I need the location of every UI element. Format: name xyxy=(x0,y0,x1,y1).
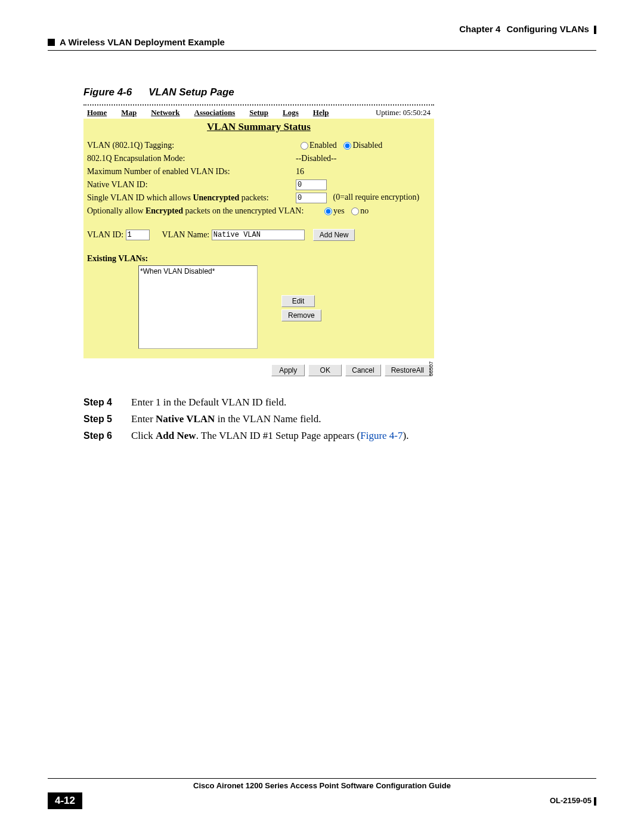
uptime: Uptime: 05:50:24 xyxy=(376,108,431,117)
opt-label: Optionally allow Encrypted packets on th… xyxy=(87,206,320,216)
tagging-enabled-radio[interactable] xyxy=(301,142,308,150)
header-left: A Wireless VLAN Deployment Example xyxy=(48,37,225,47)
restore-button[interactable]: RestoreAll xyxy=(385,364,431,376)
remove-button[interactable]: Remove xyxy=(281,309,321,321)
page-number: 4-12 xyxy=(48,792,82,809)
single-input[interactable] xyxy=(296,193,327,203)
opt-yes-radio[interactable] xyxy=(324,208,332,215)
add-new-button[interactable]: Add New xyxy=(313,229,355,241)
nav-map[interactable]: Map xyxy=(121,108,137,117)
nav-help[interactable]: Help xyxy=(313,108,329,117)
tagging-label: VLAN (802.1Q) Tagging: xyxy=(87,141,296,150)
nav-bar: Home Map Network Associations Setup Logs… xyxy=(83,106,434,119)
single-note: (0=all require encryption) xyxy=(333,193,420,202)
max-label: Maximum Number of enabled VLAN IDs: xyxy=(87,167,296,176)
ok-button[interactable]: OK xyxy=(308,364,342,376)
apply-button[interactable]: Apply xyxy=(271,364,305,376)
tagging-disabled-radio[interactable] xyxy=(343,142,351,150)
figure-link[interactable]: Figure 4-7 xyxy=(360,430,402,441)
native-input[interactable] xyxy=(296,179,327,190)
encap-value: --Disabled-- xyxy=(296,154,431,163)
vlanid-input[interactable] xyxy=(126,230,150,240)
header-right: Chapter 4 Configuring VLANs xyxy=(459,24,596,34)
screenshot: Home Map Network Associations Setup Logs… xyxy=(83,104,434,379)
vlanid-label: VLAN ID: xyxy=(87,230,123,240)
step-6: Step 6Click Add New. The VLAN ID #1 Setu… xyxy=(83,430,596,442)
step-5: Step 5Enter Native VLAN in the VLAN Name… xyxy=(83,413,596,425)
max-value: 16 xyxy=(296,167,431,176)
encap-label: 802.1Q Encapsulation Mode: xyxy=(87,154,296,163)
cancel-button[interactable]: Cancel xyxy=(345,364,380,376)
nav-setup[interactable]: Setup xyxy=(249,108,268,117)
existing-list[interactable]: *When VLAN Disabled* xyxy=(138,265,258,349)
nav-home[interactable]: Home xyxy=(87,108,107,117)
nav-network[interactable]: Network xyxy=(151,108,179,117)
figure-caption: Figure 4-6VLAN Setup Page xyxy=(83,86,596,98)
native-label: Native VLAN ID: xyxy=(87,180,296,190)
step-4: Step 4Enter 1 in the Default VLAN ID fie… xyxy=(83,397,596,408)
nav-logs[interactable]: Logs xyxy=(283,108,299,117)
edit-button[interactable]: Edit xyxy=(281,295,315,307)
existing-label: Existing VLANs: xyxy=(87,254,148,264)
panel-title: VLAN Summary Status xyxy=(87,119,431,139)
figure-id: 66507 xyxy=(428,361,434,376)
doc-number: OL-2159-05 xyxy=(550,796,596,806)
opt-no-radio[interactable] xyxy=(351,208,359,215)
vlanname-label: VLAN Name: xyxy=(162,230,210,240)
vlanname-input[interactable] xyxy=(212,230,305,240)
nav-associations[interactable]: Associations xyxy=(194,108,236,117)
single-label: Single VLAN ID which allows Unencrypted … xyxy=(87,193,296,203)
footer-title: Cisco Aironet 1200 Series Access Point S… xyxy=(48,781,596,790)
